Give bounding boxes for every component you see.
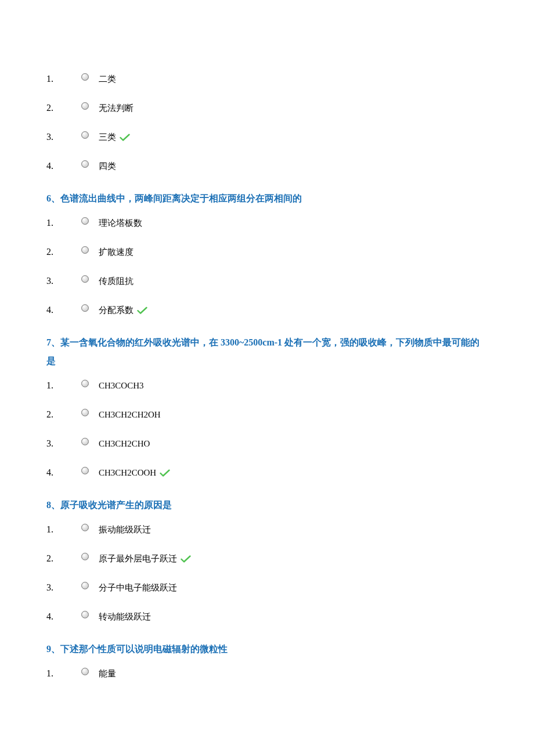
- radio-wrap: [81, 438, 99, 445]
- radio-wrap: [81, 102, 99, 110]
- list-item: 2. CH3CH2CH2OH: [46, 405, 488, 424]
- option-number: 3.: [46, 132, 81, 142]
- radio-wrap: [81, 275, 99, 283]
- list-item: 2. 扩散速度: [46, 243, 488, 261]
- option-text: 传质阻抗: [99, 276, 134, 287]
- radio-icon[interactable]: [81, 304, 89, 312]
- option-text: CH3CH2CHO: [99, 439, 150, 449]
- radio-wrap: [81, 668, 99, 675]
- option-text: 无法判断: [99, 103, 134, 114]
- list-item: 1. 理论塔板数: [46, 214, 488, 232]
- radio-wrap: [81, 73, 99, 81]
- radio-icon[interactable]: [81, 275, 89, 283]
- question-title: 9、下述那个性质可以说明电磁辐射的微粒性: [46, 640, 488, 658]
- option-text: 三类: [99, 132, 130, 143]
- option-number: 2.: [46, 103, 81, 113]
- check-icon: [120, 134, 130, 142]
- radio-icon[interactable]: [81, 380, 89, 387]
- list-item: 3. 三类: [46, 128, 488, 146]
- radio-wrap: [81, 553, 99, 560]
- radio-icon[interactable]: [81, 668, 89, 675]
- question-title: 7、某一含氧化合物的红外吸收光谱中，在 3300~2500cm-1 处有一个宽，…: [46, 333, 488, 370]
- question-title: 8、原子吸收光谱产生的原因是: [46, 496, 488, 514]
- option-text: CH3CH2CH2OH: [99, 410, 161, 420]
- check-icon: [181, 555, 191, 563]
- radio-wrap: [81, 160, 99, 168]
- list-item: 1. 二类: [46, 70, 488, 88]
- option-text: 理论塔板数: [99, 218, 142, 229]
- list-item: 4. 四类: [46, 157, 488, 175]
- option-text: 分子中电子能级跃迁: [99, 582, 177, 593]
- option-number: 4.: [46, 161, 81, 171]
- list-item: 4. 转动能级跃迁: [46, 607, 488, 626]
- list-item: 4. CH3CH2COOH: [46, 463, 488, 482]
- radio-icon[interactable]: [81, 102, 89, 110]
- option-number: 4.: [46, 467, 81, 478]
- option-number: 2.: [46, 553, 81, 564]
- option-number: 1.: [46, 74, 81, 84]
- option-number: 2.: [46, 409, 81, 420]
- option-text: 能量: [99, 668, 116, 679]
- radio-icon[interactable]: [81, 611, 89, 618]
- option-number: 1.: [46, 218, 81, 228]
- page-content: 1. 二类 2. 无法判断 3. 三类 4. 四类 6、色谱流出曲线中，两峰间距…: [0, 0, 534, 717]
- radio-icon[interactable]: [81, 409, 89, 416]
- option-number: 2.: [46, 247, 81, 257]
- list-item: 3. 传质阻抗: [46, 272, 488, 290]
- list-item: 3. CH3CH2CHO: [46, 434, 488, 453]
- option-number: 3.: [46, 582, 81, 593]
- list-item: 3. 分子中电子能级跃迁: [46, 578, 488, 597]
- radio-icon[interactable]: [81, 438, 89, 445]
- option-text: 原子最外层电子跃迁: [99, 553, 191, 564]
- option-text: 扩散速度: [99, 247, 134, 258]
- radio-icon[interactable]: [81, 246, 89, 254]
- option-text: CH3CH2COOH: [99, 468, 170, 478]
- list-item: 2. 无法判断: [46, 99, 488, 117]
- list-item: 2. 原子最外层电子跃迁: [46, 549, 488, 568]
- radio-wrap: [81, 380, 99, 387]
- radio-wrap: [81, 246, 99, 254]
- option-number: 4.: [46, 305, 81, 315]
- option-number: 1.: [46, 668, 81, 679]
- check-icon: [137, 307, 147, 315]
- radio-wrap: [81, 582, 99, 589]
- radio-icon[interactable]: [81, 131, 89, 139]
- option-text: 转动能级跃迁: [99, 611, 151, 622]
- radio-icon[interactable]: [81, 467, 89, 474]
- check-icon: [160, 469, 170, 477]
- option-number: 1.: [46, 380, 81, 391]
- radio-wrap: [81, 524, 99, 531]
- radio-wrap: [81, 131, 99, 139]
- question-title: 6、色谱流出曲线中，两峰间距离决定于相应两组分在两相间的: [46, 189, 488, 208]
- option-text: 振动能级跃迁: [99, 524, 151, 535]
- option-text: CH3COCH3: [99, 381, 144, 391]
- radio-icon[interactable]: [81, 73, 89, 81]
- list-item: 1. 能量: [46, 664, 488, 683]
- list-item: 1. 振动能级跃迁: [46, 520, 488, 539]
- radio-wrap: [81, 304, 99, 312]
- option-number: 4.: [46, 611, 81, 622]
- radio-wrap: [81, 467, 99, 474]
- radio-wrap: [81, 409, 99, 416]
- option-number: 1.: [46, 524, 81, 535]
- option-number: 3.: [46, 276, 81, 286]
- option-text: 四类: [99, 161, 116, 172]
- option-number: 3.: [46, 438, 81, 449]
- option-text: 分配系数: [99, 305, 147, 316]
- list-item: 1. CH3COCH3: [46, 376, 488, 395]
- radio-icon[interactable]: [81, 524, 89, 531]
- radio-icon[interactable]: [81, 160, 89, 168]
- radio-icon[interactable]: [81, 582, 89, 589]
- radio-wrap: [81, 611, 99, 618]
- list-item: 4. 分配系数: [46, 301, 488, 319]
- radio-icon[interactable]: [81, 217, 89, 225]
- radio-wrap: [81, 217, 99, 225]
- radio-icon[interactable]: [81, 553, 89, 560]
- option-text: 二类: [99, 74, 116, 85]
